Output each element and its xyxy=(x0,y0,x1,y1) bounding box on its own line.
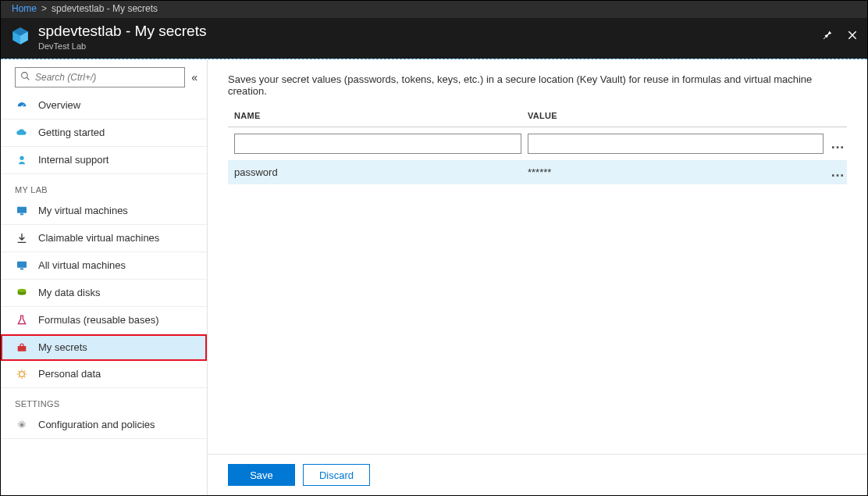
sidebar-item-label: Internal support xyxy=(38,154,108,166)
column-header-name: NAME xyxy=(234,111,528,120)
sidebar-item-personal-data[interactable]: Personal data xyxy=(1,361,207,388)
pin-icon[interactable] xyxy=(822,30,833,44)
sidebar-item-claimable-vms[interactable]: Claimable virtual machines xyxy=(1,225,207,252)
breadcrumb: Home > spdevtestlab - My secrets xyxy=(1,1,867,18)
collapse-sidebar-icon[interactable]: « xyxy=(191,71,197,84)
sidebar-item-internal-support[interactable]: Internal support xyxy=(1,147,207,174)
secret-name-cell: password xyxy=(234,166,528,178)
new-secret-value-input[interactable] xyxy=(528,134,824,154)
gear-icon xyxy=(15,419,29,431)
sidebar-item-label: Claimable virtual machines xyxy=(38,232,159,244)
svg-line-1 xyxy=(27,77,29,80)
svg-rect-7 xyxy=(17,261,27,267)
support-icon xyxy=(15,154,29,166)
breadcrumb-current: spdevtestlab - My secrets xyxy=(52,3,158,14)
row-more-icon[interactable]: … xyxy=(828,140,847,148)
disks-icon xyxy=(15,287,29,299)
sidebar-item-label: Overview xyxy=(38,99,80,111)
search-icon xyxy=(20,71,30,84)
sidebar-item-label: Formulas (reusable bases) xyxy=(38,314,159,326)
blade-description: Saves your secret values (passwords, tok… xyxy=(228,73,847,97)
sidebar-item-getting-started[interactable]: Getting started xyxy=(1,120,207,147)
table-row[interactable]: password ****** … xyxy=(228,160,847,184)
sidebar-item-all-vms[interactable]: All virtual machines xyxy=(1,252,207,280)
secrets-table: NAME VALUE … password ****** … xyxy=(228,111,847,184)
sidebar-item-label: My data disks xyxy=(38,287,100,298)
sidebar-item-my-secrets[interactable]: My secrets xyxy=(1,334,207,361)
column-header-value: VALUE xyxy=(528,111,847,120)
blade-subtitle: DevTest Lab xyxy=(38,41,822,51)
sidebar-item-config-policies[interactable]: Configuration and policies xyxy=(1,412,207,439)
sidebar-item-label: My secrets xyxy=(38,341,87,353)
sidebar: Search (Ctrl+/) « Overview Getting start… xyxy=(1,59,208,495)
overview-icon xyxy=(15,99,29,112)
discard-button[interactable]: Discard xyxy=(303,464,370,486)
sidebar-item-label: All virtual machines xyxy=(38,259,126,271)
sidebar-item-my-vms[interactable]: My virtual machines xyxy=(1,198,207,225)
blade-header: spdevtestlab - My secrets DevTest Lab xyxy=(1,18,867,59)
devtestlab-icon xyxy=(10,26,30,48)
close-icon[interactable] xyxy=(847,30,858,44)
search-placeholder: Search (Ctrl+/) xyxy=(35,72,96,83)
vm-icon xyxy=(15,205,29,217)
sidebar-item-formulas[interactable]: Formulas (reusable bases) xyxy=(1,307,207,334)
download-icon xyxy=(15,232,29,244)
sidebar-item-label: Configuration and policies xyxy=(38,419,155,430)
sidebar-item-label: My virtual machines xyxy=(38,205,128,216)
breadcrumb-separator: > xyxy=(41,3,47,14)
cloud-icon xyxy=(15,127,29,139)
blade-title: spdevtestlab - My secrets xyxy=(38,23,822,41)
svg-point-12 xyxy=(20,371,25,376)
new-secret-name-input[interactable] xyxy=(234,134,521,154)
blade-footer: Save Discard xyxy=(208,454,867,495)
save-button[interactable]: Save xyxy=(228,464,295,486)
breadcrumb-home[interactable]: Home xyxy=(12,3,37,14)
sidebar-item-overview[interactable]: Overview xyxy=(1,92,207,120)
new-secret-row: … xyxy=(228,127,847,160)
svg-rect-8 xyxy=(20,268,23,269)
svg-point-9 xyxy=(18,288,27,291)
personal-data-icon xyxy=(15,368,29,380)
sidebar-section-settings: SETTINGS xyxy=(1,388,207,412)
search-input[interactable]: Search (Ctrl+/) xyxy=(15,67,185,87)
sidebar-item-data-disks[interactable]: My data disks xyxy=(1,280,207,307)
main-panel: Saves your secret values (passwords, tok… xyxy=(208,59,867,495)
svg-rect-5 xyxy=(17,206,27,212)
secret-value-cell: ****** xyxy=(528,166,828,178)
row-more-icon[interactable]: … xyxy=(828,168,847,176)
svg-point-4 xyxy=(20,155,23,159)
vm-all-icon xyxy=(15,259,29,272)
secrets-icon xyxy=(15,341,29,354)
sidebar-item-label: Personal data xyxy=(38,368,101,380)
sidebar-section-mylab: MY LAB xyxy=(1,174,207,198)
svg-rect-6 xyxy=(20,213,23,215)
flask-icon xyxy=(15,314,29,327)
svg-rect-11 xyxy=(20,344,23,346)
svg-point-0 xyxy=(22,72,28,78)
sidebar-item-label: Getting started xyxy=(38,127,105,138)
